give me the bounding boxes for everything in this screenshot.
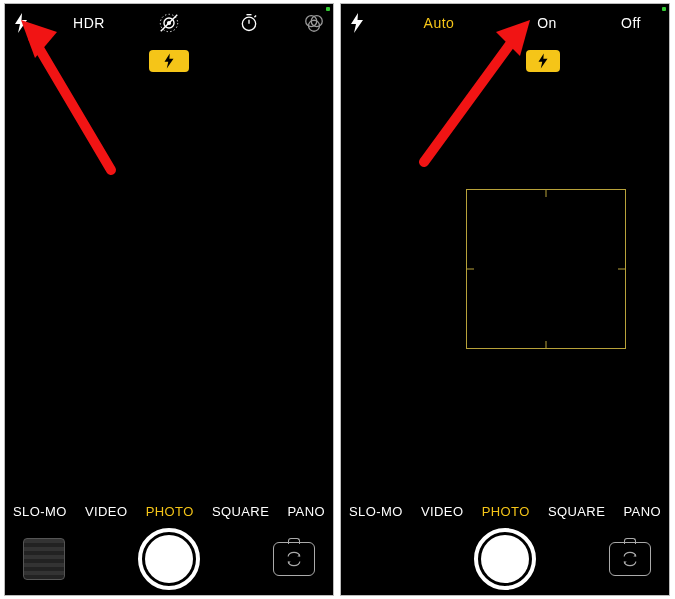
live-photo-off-icon bbox=[158, 12, 180, 34]
switch-camera-button[interactable] bbox=[609, 542, 651, 576]
mode-pano[interactable]: PANO bbox=[287, 504, 324, 519]
flash-option-auto[interactable]: Auto bbox=[385, 15, 493, 31]
focus-indicator bbox=[466, 189, 626, 349]
flash-option-off[interactable]: Off bbox=[601, 15, 661, 31]
flash-icon bbox=[349, 13, 365, 33]
timer-toggle[interactable] bbox=[209, 13, 289, 33]
camera-screen-left: HDR bbox=[4, 3, 334, 596]
filters-icon bbox=[303, 12, 325, 34]
live-photo-toggle[interactable] bbox=[129, 12, 209, 34]
mode-video[interactable]: VIDEO bbox=[85, 504, 127, 519]
mode-strip: SLO-MO VIDEO PHOTO SQUARE PANO bbox=[5, 499, 333, 523]
filters-toggle[interactable] bbox=[289, 12, 325, 34]
mode-photo[interactable]: PHOTO bbox=[146, 504, 194, 519]
hdr-toggle[interactable]: HDR bbox=[49, 15, 129, 31]
switch-camera-button[interactable] bbox=[273, 542, 315, 576]
shutter-button[interactable] bbox=[138, 528, 200, 590]
shutter-button[interactable] bbox=[474, 528, 536, 590]
mode-photo[interactable]: PHOTO bbox=[482, 504, 530, 519]
mode-strip: SLO-MO VIDEO PHOTO SQUARE PANO bbox=[341, 499, 669, 523]
last-photo-thumbnail[interactable] bbox=[359, 538, 401, 580]
flash-toggle[interactable] bbox=[349, 13, 385, 33]
switch-camera-icon bbox=[620, 551, 640, 567]
switch-camera-icon bbox=[284, 551, 304, 567]
timer-icon bbox=[239, 13, 259, 33]
top-toolbar: HDR bbox=[5, 4, 333, 42]
mode-slo-mo[interactable]: SLO-MO bbox=[13, 504, 67, 519]
flash-option-on[interactable]: On bbox=[493, 15, 601, 31]
flash-on-indicator bbox=[526, 50, 560, 72]
bottom-controls bbox=[5, 523, 333, 595]
mode-video[interactable]: VIDEO bbox=[421, 504, 463, 519]
flash-on-indicator bbox=[149, 50, 189, 72]
status-indicator bbox=[326, 7, 330, 11]
svg-line-7 bbox=[254, 16, 256, 18]
flash-icon bbox=[163, 53, 175, 69]
status-indicator bbox=[662, 7, 666, 11]
mode-pano[interactable]: PANO bbox=[623, 504, 660, 519]
last-photo-thumbnail[interactable] bbox=[23, 538, 65, 580]
flash-toggle[interactable] bbox=[13, 13, 49, 33]
mode-square[interactable]: SQUARE bbox=[548, 504, 605, 519]
mode-slo-mo[interactable]: SLO-MO bbox=[349, 504, 403, 519]
bottom-controls bbox=[341, 523, 669, 595]
flash-icon bbox=[13, 13, 29, 33]
flash-icon bbox=[537, 53, 549, 69]
camera-screen-right: Auto On Off SLO-MO VIDEO PHOTO SQUARE PA… bbox=[340, 3, 670, 596]
top-toolbar: Auto On Off bbox=[341, 4, 669, 42]
svg-line-3 bbox=[161, 15, 178, 32]
mode-square[interactable]: SQUARE bbox=[212, 504, 269, 519]
